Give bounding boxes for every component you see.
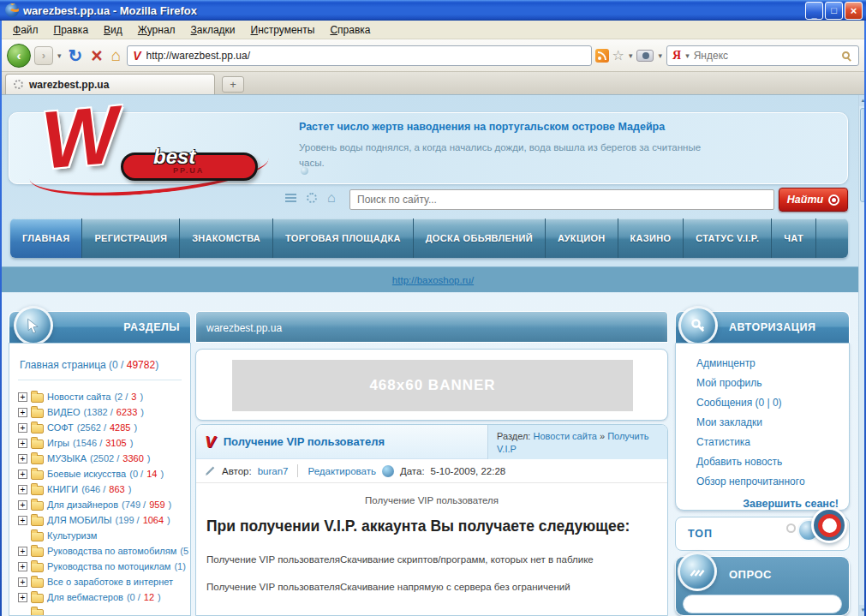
screenshot-dropdown-icon[interactable]: ▾ xyxy=(657,51,663,60)
minimize-button[interactable]: _ xyxy=(805,2,823,20)
breadcrumb-link-section[interactable]: Новости сайта xyxy=(533,431,596,441)
nav-item[interactable]: КАЗИНО xyxy=(618,218,684,258)
category-row[interactable]: +Для вебмастеров (0 / 12) xyxy=(18,589,190,605)
auth-link[interactable]: Сообщения (0 | 0) xyxy=(696,397,839,409)
category-row[interactable]: +СОФТ (2562 / 4285) xyxy=(18,420,190,435)
expand-plus-icon[interactable]: + xyxy=(18,469,27,479)
rss-icon[interactable] xyxy=(595,49,609,63)
auth-link[interactable]: Админцентр xyxy=(696,357,839,369)
auth-link[interactable]: Статистика xyxy=(696,436,839,448)
bookmark-dropdown-icon[interactable]: ▾ xyxy=(628,51,634,60)
category-label[interactable]: Культуризм xyxy=(47,530,97,541)
category-label[interactable]: Боевые искусства xyxy=(47,469,126,479)
list-view-icon[interactable] xyxy=(285,194,296,203)
category-row[interactable] xyxy=(18,605,190,616)
category-label[interactable]: ВИДЕО xyxy=(47,407,81,417)
yandex-search-box[interactable]: Я ▾ xyxy=(666,45,859,66)
menu-item[interactable]: Правка xyxy=(46,21,97,39)
category-label[interactable]: ДЛЯ МОБИЛЫ xyxy=(47,515,111,525)
menu-item[interactable]: Вид xyxy=(96,21,130,39)
auth-link[interactable]: Мой профиль xyxy=(696,377,839,389)
expand-plus-icon[interactable]: + xyxy=(18,392,27,402)
site-logo[interactable]: W best PP.UA xyxy=(25,103,290,197)
category-label[interactable]: Игры xyxy=(47,438,69,448)
site-search-button[interactable]: Найти xyxy=(779,188,848,212)
expand-plus-icon[interactable]: + xyxy=(18,547,27,556)
nav-item[interactable]: ЗНАКОМСТВА xyxy=(180,218,273,258)
category-row[interactable]: +Игры (1546 / 3105) xyxy=(18,435,190,451)
edit-link[interactable]: Редактировать xyxy=(308,466,375,476)
category-label[interactable]: Новости сайта xyxy=(47,392,110,402)
menu-item[interactable]: Закладки xyxy=(183,21,243,39)
history-dropdown-icon[interactable]: ▾ xyxy=(57,51,63,60)
expand-plus-icon[interactable]: + xyxy=(18,454,27,463)
nav-item[interactable]: ДОСКА ОБЬЯВЛЕНИЙ xyxy=(414,218,546,258)
category-row[interactable]: +Все о заработоке в интернет xyxy=(18,574,190,589)
nav-item[interactable]: СТАТУС V.I.P. xyxy=(684,218,772,258)
author-link[interactable]: buran7 xyxy=(258,466,289,476)
category-label[interactable]: Для вебмастеров xyxy=(47,592,123,602)
bookmark-star-icon[interactable]: ☆ xyxy=(612,47,624,63)
category-label[interactable]: КНИГИ xyxy=(47,484,78,494)
expand-plus-icon[interactable]: + xyxy=(18,577,27,587)
auth-link[interactable]: Обзор непрочитанного xyxy=(696,475,839,487)
nav-item[interactable]: ГЛАВНАЯ xyxy=(10,218,82,258)
back-button[interactable]: ‹ xyxy=(7,44,31,68)
home-button[interactable]: ⌂ xyxy=(109,47,123,64)
news-title[interactable]: Растет число жертв наводнения на португа… xyxy=(299,121,828,133)
home-page-link[interactable]: Главная страница (0 / 49782) xyxy=(20,359,190,371)
logout-link[interactable]: Завершить сеанс! xyxy=(696,498,839,510)
expand-plus-icon[interactable]: + xyxy=(18,408,27,417)
category-row[interactable]: +Боевые искусства (0 / 14) xyxy=(18,466,190,481)
close-button[interactable]: × xyxy=(845,2,863,20)
category-row[interactable]: +МУЗЫКА (2502 / 3360) xyxy=(18,451,190,466)
menu-item[interactable]: Журнал xyxy=(130,21,183,39)
refresh-button[interactable]: ↻ xyxy=(66,47,86,64)
category-label[interactable]: Для дизайнеров xyxy=(47,499,118,510)
menu-item[interactable]: Инструменты xyxy=(243,21,323,39)
yandex-search-input[interactable] xyxy=(694,50,839,62)
auth-link[interactable]: Мои закладки xyxy=(696,416,839,428)
expand-plus-icon[interactable]: + xyxy=(18,500,27,510)
nav-item[interactable]: ТОРГОВАЯ ПЛОЩАДКА xyxy=(273,218,414,258)
category-row[interactable]: +ДЛЯ МОБИЛЫ (199 / 1064) xyxy=(18,512,190,528)
menu-item[interactable]: Справка xyxy=(322,21,378,39)
category-label[interactable]: Руководства по мотоциклам xyxy=(47,561,170,571)
nav-item[interactable]: АУКЦИОН xyxy=(546,218,618,258)
nav-item[interactable]: РЕГИСТРАЦИЯ xyxy=(82,218,180,258)
expand-plus-icon[interactable]: + xyxy=(18,562,27,571)
category-row[interactable]: +Новости сайта (2 / 3) xyxy=(18,389,190,404)
category-row[interactable]: +КНИГИ (646 / 863) xyxy=(18,481,190,497)
category-row[interactable]: Культуризм xyxy=(18,528,190,543)
expand-plus-icon[interactable]: + xyxy=(18,485,27,494)
nav-item[interactable]: ЧАТ xyxy=(772,218,816,258)
category-label[interactable]: СОФТ xyxy=(47,422,74,433)
tab-warezbest[interactable]: warezbest.pp.ua xyxy=(5,74,215,94)
screenshot-icon[interactable] xyxy=(636,50,654,62)
site-search-input[interactable] xyxy=(349,189,774,210)
category-label[interactable]: МУЗЫКА xyxy=(47,453,87,463)
article-title[interactable]: Получение VIP пользователя xyxy=(224,435,385,448)
expand-plus-icon[interactable]: + xyxy=(18,516,27,525)
auth-link[interactable]: Добавить новость xyxy=(696,456,839,468)
search-engine-dropdown-icon[interactable]: ▾ xyxy=(684,51,690,60)
category-row[interactable]: +Руководства по автомобилям (5 xyxy=(18,543,190,559)
new-tab-button[interactable]: + xyxy=(222,76,244,93)
ad-link[interactable]: http://baxoshop.ru/ xyxy=(392,275,474,285)
badge-icon[interactable] xyxy=(307,193,317,203)
expand-plus-icon[interactable]: + xyxy=(18,423,27,433)
magnifier-icon[interactable] xyxy=(842,51,850,59)
category-label[interactable]: Все о заработоке в интернет xyxy=(47,577,173,587)
site-home-icon[interactable]: ⌂ xyxy=(327,193,336,203)
expand-plus-icon[interactable]: + xyxy=(18,593,27,602)
poll-option-field[interactable] xyxy=(683,595,842,613)
url-input[interactable] xyxy=(146,50,586,62)
ad-banner-468x60[interactable]: 468x60 BANNER xyxy=(232,360,633,411)
url-bar[interactable]: V xyxy=(127,45,591,66)
category-row[interactable]: +ВИДЕО (1382 / 6233) xyxy=(18,404,190,420)
category-row[interactable]: +Для дизайнеров (749 / 959) xyxy=(18,497,190,512)
menu-item[interactable]: Файл xyxy=(5,21,46,39)
stop-button[interactable]: × xyxy=(88,47,105,64)
restore-button[interactable]: □ xyxy=(825,2,843,20)
expand-plus-icon[interactable]: + xyxy=(18,439,27,448)
